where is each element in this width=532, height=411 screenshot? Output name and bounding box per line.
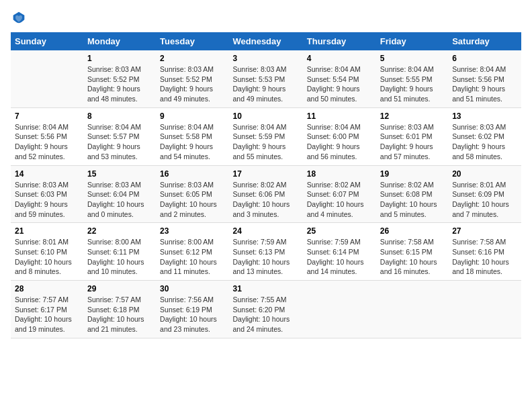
calendar-cell: 4Sunrise: 8:04 AM Sunset: 5:54 PM Daylig… (303, 50, 376, 107)
day-info: Sunrise: 8:01 AM Sunset: 6:10 PM Dayligh… (15, 237, 79, 277)
col-header-monday: Monday (83, 32, 156, 50)
calendar-cell: 29Sunrise: 7:57 AM Sunset: 6:18 PM Dayli… (83, 281, 156, 338)
day-info: Sunrise: 8:00 AM Sunset: 6:11 PM Dayligh… (87, 237, 152, 277)
day-number: 11 (307, 111, 372, 121)
calendar-cell: 7Sunrise: 8:04 AM Sunset: 5:56 PM Daylig… (11, 107, 83, 165)
day-info: Sunrise: 8:03 AM Sunset: 6:02 PM Dayligh… (452, 122, 517, 162)
day-number: 18 (307, 169, 372, 179)
day-info: Sunrise: 7:55 AM Sunset: 6:20 PM Dayligh… (233, 295, 299, 334)
day-info: Sunrise: 8:03 AM Sunset: 6:05 PM Dayligh… (160, 180, 224, 220)
calendar-cell: 5Sunrise: 8:04 AM Sunset: 5:55 PM Daylig… (376, 50, 448, 107)
calendar-cell: 22Sunrise: 8:00 AM Sunset: 6:11 PM Dayli… (83, 223, 156, 281)
day-number: 1 (87, 54, 152, 63)
page-header (11, 11, 521, 24)
day-number: 31 (233, 284, 299, 293)
logo (11, 11, 26, 24)
day-number: 14 (15, 169, 79, 179)
day-number: 29 (87, 284, 152, 293)
calendar-cell: 21Sunrise: 8:01 AM Sunset: 6:10 PM Dayli… (11, 223, 83, 281)
day-info: Sunrise: 7:56 AM Sunset: 6:19 PM Dayligh… (160, 295, 224, 334)
day-number: 10 (233, 111, 299, 121)
calendar-week-4: 21Sunrise: 8:01 AM Sunset: 6:10 PM Dayli… (11, 223, 521, 281)
calendar-cell: 19Sunrise: 8:02 AM Sunset: 6:08 PM Dayli… (376, 165, 448, 223)
day-info: Sunrise: 7:58 AM Sunset: 6:15 PM Dayligh… (380, 237, 444, 277)
day-info: Sunrise: 8:03 AM Sunset: 5:53 PM Dayligh… (233, 64, 299, 104)
day-number: 24 (233, 226, 299, 236)
calendar-cell: 2Sunrise: 8:03 AM Sunset: 5:52 PM Daylig… (156, 50, 228, 107)
calendar-week-3: 14Sunrise: 8:03 AM Sunset: 6:03 PM Dayli… (11, 165, 521, 223)
calendar-cell: 30Sunrise: 7:56 AM Sunset: 6:19 PM Dayli… (156, 281, 228, 338)
day-info: Sunrise: 7:58 AM Sunset: 6:16 PM Dayligh… (452, 237, 517, 277)
day-number: 19 (380, 169, 444, 179)
day-number: 2 (160, 54, 224, 63)
calendar-cell: 27Sunrise: 7:58 AM Sunset: 6:16 PM Dayli… (448, 223, 521, 281)
col-header-friday: Friday (376, 32, 448, 50)
calendar-cell (11, 50, 83, 107)
day-number: 8 (87, 111, 152, 121)
calendar-week-1: 1Sunrise: 8:03 AM Sunset: 5:52 PM Daylig… (11, 50, 521, 107)
calendar-cell: 14Sunrise: 8:03 AM Sunset: 6:03 PM Dayli… (11, 165, 83, 223)
col-header-thursday: Thursday (303, 32, 376, 50)
calendar-cell: 10Sunrise: 8:04 AM Sunset: 5:59 PM Dayli… (229, 107, 303, 165)
calendar-week-5: 28Sunrise: 7:57 AM Sunset: 6:17 PM Dayli… (11, 281, 521, 338)
day-number: 28 (15, 284, 79, 293)
day-info: Sunrise: 8:04 AM Sunset: 5:58 PM Dayligh… (160, 122, 224, 162)
day-number: 12 (380, 111, 444, 121)
day-number: 22 (87, 226, 152, 236)
calendar-cell: 1Sunrise: 8:03 AM Sunset: 5:52 PM Daylig… (83, 50, 156, 107)
col-header-sunday: Sunday (11, 32, 83, 50)
day-info: Sunrise: 8:01 AM Sunset: 6:09 PM Dayligh… (452, 180, 517, 220)
day-number: 7 (15, 111, 79, 121)
day-number: 26 (380, 226, 444, 236)
day-info: Sunrise: 7:57 AM Sunset: 6:18 PM Dayligh… (87, 295, 152, 334)
calendar-cell: 25Sunrise: 7:59 AM Sunset: 6:14 PM Dayli… (303, 223, 376, 281)
calendar-cell: 24Sunrise: 7:59 AM Sunset: 6:13 PM Dayli… (229, 223, 303, 281)
day-number: 23 (160, 226, 224, 236)
calendar-cell: 3Sunrise: 8:03 AM Sunset: 5:53 PM Daylig… (229, 50, 303, 107)
calendar-cell (448, 281, 521, 338)
day-info: Sunrise: 8:02 AM Sunset: 6:08 PM Dayligh… (380, 180, 444, 220)
calendar-cell: 12Sunrise: 8:03 AM Sunset: 6:01 PM Dayli… (376, 107, 448, 165)
calendar-cell: 18Sunrise: 8:02 AM Sunset: 6:07 PM Dayli… (303, 165, 376, 223)
day-number: 9 (160, 111, 224, 121)
day-info: Sunrise: 8:04 AM Sunset: 5:56 PM Dayligh… (452, 64, 517, 104)
calendar-cell: 6Sunrise: 8:04 AM Sunset: 5:56 PM Daylig… (448, 50, 521, 107)
day-number: 5 (380, 54, 444, 63)
day-number: 30 (160, 284, 224, 293)
col-header-saturday: Saturday (448, 32, 521, 50)
day-info: Sunrise: 8:02 AM Sunset: 6:06 PM Dayligh… (233, 180, 299, 220)
calendar-cell: 8Sunrise: 8:04 AM Sunset: 5:57 PM Daylig… (83, 107, 156, 165)
day-info: Sunrise: 8:04 AM Sunset: 5:55 PM Dayligh… (380, 64, 444, 104)
day-info: Sunrise: 8:03 AM Sunset: 6:04 PM Dayligh… (87, 180, 152, 220)
day-info: Sunrise: 7:59 AM Sunset: 6:13 PM Dayligh… (233, 237, 299, 277)
calendar-cell: 13Sunrise: 8:03 AM Sunset: 6:02 PM Dayli… (448, 107, 521, 165)
calendar-cell: 9Sunrise: 8:04 AM Sunset: 5:58 PM Daylig… (156, 107, 228, 165)
logo-icon (12, 11, 26, 24)
day-number: 16 (160, 169, 224, 179)
calendar-cell (303, 281, 376, 338)
calendar-cell: 17Sunrise: 8:02 AM Sunset: 6:06 PM Dayli… (229, 165, 303, 223)
day-info: Sunrise: 8:04 AM Sunset: 5:59 PM Dayligh… (233, 122, 299, 162)
day-number: 4 (307, 54, 372, 63)
day-number: 3 (233, 54, 299, 63)
calendar-cell: 16Sunrise: 8:03 AM Sunset: 6:05 PM Dayli… (156, 165, 228, 223)
day-info: Sunrise: 8:04 AM Sunset: 5:56 PM Dayligh… (15, 122, 79, 162)
day-info: Sunrise: 8:03 AM Sunset: 6:03 PM Dayligh… (15, 180, 79, 220)
day-info: Sunrise: 8:03 AM Sunset: 5:52 PM Dayligh… (87, 64, 152, 104)
day-number: 21 (15, 226, 79, 236)
day-number: 20 (452, 169, 517, 179)
calendar-cell (376, 281, 448, 338)
calendar-cell: 31Sunrise: 7:55 AM Sunset: 6:20 PM Dayli… (229, 281, 303, 338)
day-info: Sunrise: 8:04 AM Sunset: 6:00 PM Dayligh… (307, 122, 372, 162)
col-header-tuesday: Tuesday (156, 32, 228, 50)
calendar-cell: 20Sunrise: 8:01 AM Sunset: 6:09 PM Dayli… (448, 165, 521, 223)
day-info: Sunrise: 8:02 AM Sunset: 6:07 PM Dayligh… (307, 180, 372, 220)
calendar-week-2: 7Sunrise: 8:04 AM Sunset: 5:56 PM Daylig… (11, 107, 521, 165)
day-info: Sunrise: 7:57 AM Sunset: 6:17 PM Dayligh… (15, 295, 79, 334)
day-info: Sunrise: 8:03 AM Sunset: 6:01 PM Dayligh… (380, 122, 444, 162)
day-number: 25 (307, 226, 372, 236)
day-number: 15 (87, 169, 152, 179)
calendar-cell: 15Sunrise: 8:03 AM Sunset: 6:04 PM Dayli… (83, 165, 156, 223)
day-number: 17 (233, 169, 299, 179)
calendar-cell: 28Sunrise: 7:57 AM Sunset: 6:17 PM Dayli… (11, 281, 83, 338)
